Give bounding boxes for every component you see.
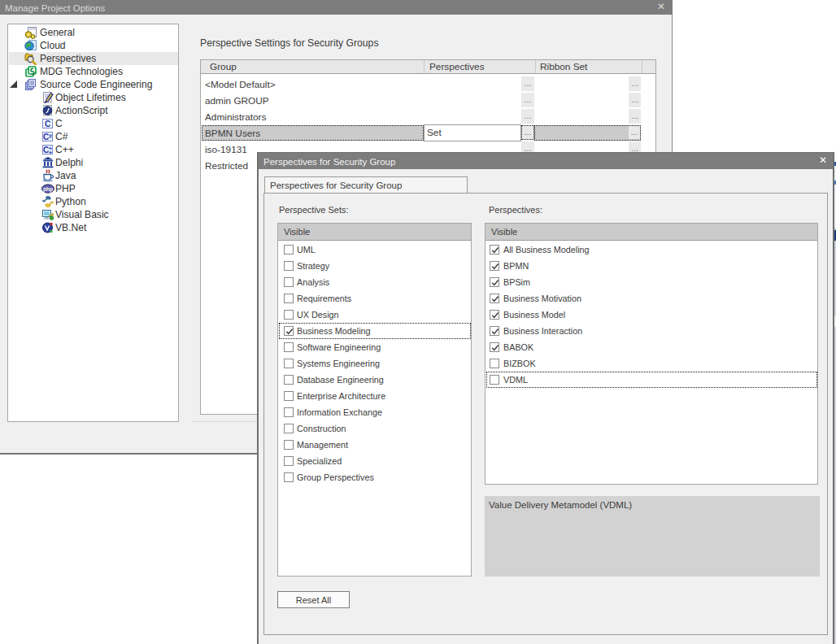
svg-text:#: # [49,133,52,139]
svg-text:+: + [49,150,52,155]
svg-text:C: C [45,120,50,128]
svg-text:C: C [43,146,49,154]
svg-text:C: C [43,133,49,141]
svg-text:php: php [43,186,53,193]
